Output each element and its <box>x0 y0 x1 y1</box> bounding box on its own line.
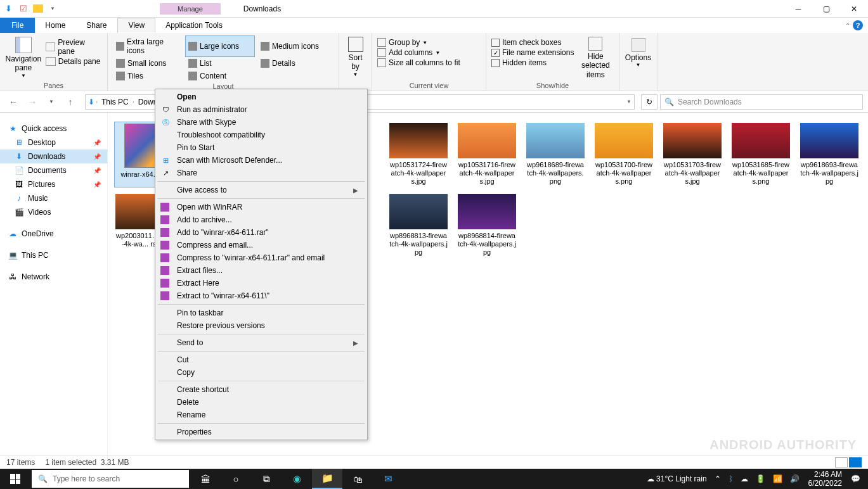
preview-pane-button[interactable]: Preview pane <box>46 38 102 56</box>
item-checkboxes-toggle[interactable]: Item check boxes <box>491 38 574 47</box>
sidebar-music[interactable]: ♪Music <box>0 191 107 205</box>
sort-by-button[interactable]: Sort by▼ <box>344 35 366 77</box>
sidebar-network[interactable]: 🖧Network <box>0 270 107 284</box>
tab-file[interactable]: File <box>0 18 35 33</box>
taskbar-clock[interactable]: 2:46 AM 6/20/2022 <box>805 470 846 488</box>
close-button[interactable]: ✕ <box>840 0 868 18</box>
file-item[interactable]: wp9618693-firewatch-4k-wallpapers.jpg <box>799 122 860 187</box>
minimize-button[interactable]: ─ <box>784 0 812 18</box>
sidebar-onedrive[interactable]: ☁OneDrive <box>0 227 107 241</box>
collapse-ribbon-icon[interactable]: ⌃ <box>845 22 850 29</box>
tab-share[interactable]: Share <box>76 18 117 33</box>
sidebar-desktop[interactable]: 🖥Desktop📌 <box>0 136 107 149</box>
tray-onedrive-icon[interactable]: ☁ <box>738 474 751 483</box>
tab-home[interactable]: Home <box>35 18 76 33</box>
help-icon[interactable]: ? <box>853 20 863 30</box>
file-item[interactable]: wp10531700-firewatch-4k-wallpapers.png <box>593 122 654 187</box>
forward-button[interactable]: → <box>24 94 41 110</box>
taskbar-explorer-icon[interactable]: 📁 <box>312 469 342 489</box>
sidebar-pictures[interactable]: 🖼Pictures📌 <box>0 177 107 191</box>
view-details-icon[interactable] <box>835 457 848 467</box>
cm-extract-files[interactable]: Extract files... <box>157 264 366 277</box>
taskbar-search[interactable]: 🔍Type here to search <box>32 470 189 488</box>
cm-properties[interactable]: Properties <box>157 426 366 438</box>
sidebar-documents[interactable]: 📄Documents📌 <box>0 163 107 177</box>
tray-notification-icon[interactable]: 💬 <box>848 474 863 483</box>
tray-bluetooth-icon[interactable]: ᛒ <box>726 474 735 483</box>
hidden-items-toggle[interactable]: Hidden items <box>491 58 574 67</box>
cm-give-access[interactable]: Give access to▶ <box>157 184 366 196</box>
weather-widget[interactable]: ☁ 31°C Light rain <box>644 474 709 483</box>
size-columns-button[interactable]: Size all columns to fit <box>377 58 481 67</box>
sidebar-videos[interactable]: 🎬Videos <box>0 205 107 219</box>
chevron-right-icon[interactable]: › <box>133 99 134 105</box>
cm-add-to-rar[interactable]: Add to "winrar-x64-611.rar" <box>157 226 366 239</box>
file-item[interactable]: wp9618689-firewatch-4k-wallpapers.png <box>525 122 586 187</box>
layout-medium-icons[interactable]: Medium icons <box>257 35 334 57</box>
layout-large-icons[interactable]: Large icons <box>185 35 255 57</box>
group-by-button[interactable]: Group by ▼ <box>377 38 481 47</box>
view-large-icon[interactable] <box>849 457 862 467</box>
chevron-right-icon[interactable]: › <box>96 99 98 105</box>
navigation-pane-button[interactable]: Navigation pane ▼ <box>5 35 42 79</box>
file-item[interactable]: wp8968814-firewatch-4k-wallpapers.jpg <box>457 193 517 258</box>
taskbar-cortana-icon[interactable]: ○ <box>221 469 251 489</box>
cm-open[interactable]: Open <box>157 91 366 103</box>
up-button[interactable]: ↑ <box>62 94 79 110</box>
details-pane-button[interactable]: Details pane <box>46 57 102 66</box>
taskbar-taskview-icon[interactable]: ⧉ <box>251 469 282 489</box>
tray-chevron-icon[interactable]: ⌃ <box>712 474 723 483</box>
recent-dropdown[interactable]: ▼ <box>43 94 60 110</box>
qat-dropdown-icon[interactable]: ▼ <box>47 3 58 15</box>
maximize-button[interactable]: ▢ <box>812 0 840 18</box>
cm-open-winrar[interactable]: Open with WinRAR <box>157 201 366 213</box>
add-columns-button[interactable]: Add columns ▼ <box>377 48 481 57</box>
cm-defender-scan[interactable]: ⊞Scan with Microsoft Defender... <box>157 154 366 167</box>
tray-volume-icon[interactable]: 🔊 <box>787 474 802 483</box>
file-extensions-toggle[interactable]: ✓File name extensions <box>491 48 574 57</box>
taskbar-mail-icon[interactable]: ✉ <box>373 469 403 489</box>
cm-extract-here[interactable]: Extract Here <box>157 277 366 289</box>
file-item[interactable]: wp10531716-firewatch-4k-wallpapers.jpg <box>457 122 517 187</box>
cm-delete[interactable]: Delete <box>157 396 366 409</box>
cm-rename[interactable]: Rename <box>157 409 366 421</box>
search-box[interactable]: 🔍 Search Downloads <box>660 94 863 110</box>
cm-pin-start[interactable]: Pin to Start <box>157 141 366 154</box>
file-item[interactable]: wp10531685-firewatch-4k-wallpapers.png <box>730 122 791 187</box>
cm-share-skype[interactable]: ⓈShare with Skype <box>157 116 366 129</box>
qat-properties-icon[interactable]: ☑ <box>18 3 29 15</box>
layout-content[interactable]: Content <box>185 70 255 82</box>
back-button[interactable]: ← <box>5 94 22 110</box>
tab-view[interactable]: View <box>117 18 155 33</box>
cm-share[interactable]: ↗Share <box>157 167 366 179</box>
tray-battery-icon[interactable]: 🔋 <box>753 474 768 483</box>
tray-wifi-icon[interactable]: 📶 <box>770 474 785 483</box>
breadcrumb-thispc[interactable]: This PC <box>99 98 131 106</box>
file-item[interactable]: wp10531703-firewatch-4k-wallpapers.jpg <box>662 122 723 187</box>
taskbar-edge-icon[interactable]: ◉ <box>282 469 312 489</box>
cm-run-as-admin[interactable]: 🛡Run as administrator <box>157 103 366 116</box>
cm-send-to[interactable]: Send to▶ <box>157 336 366 349</box>
cm-troubleshoot[interactable]: Troubleshoot compatibility <box>157 129 366 141</box>
sidebar-quickaccess[interactable]: ★Quick access <box>0 122 107 136</box>
cm-pin-taskbar[interactable]: Pin to taskbar <box>157 307 366 319</box>
layout-details[interactable]: Details <box>257 57 334 70</box>
contextual-tab-manage[interactable]: Manage <box>160 3 221 15</box>
cm-create-shortcut[interactable]: Create shortcut <box>157 383 366 396</box>
layout-extra-large-icons[interactable]: Extra large icons <box>113 35 183 57</box>
cm-compress-email[interactable]: Compress and email... <box>157 239 366 251</box>
file-item[interactable]: wp8968813-firewatch-4k-wallpapers.jpg <box>388 193 449 258</box>
layout-tiles[interactable]: Tiles <box>113 70 183 82</box>
tab-application-tools[interactable]: Application Tools <box>155 18 233 33</box>
taskbar-news-icon[interactable]: 🏛 <box>190 469 221 489</box>
taskbar-store-icon[interactable]: 🛍 <box>342 469 373 489</box>
sidebar-downloads[interactable]: ⬇Downloads📌 <box>0 149 107 163</box>
qat-newfolder-icon[interactable] <box>33 4 43 13</box>
cm-add-archive[interactable]: Add to archive... <box>157 213 366 226</box>
hide-selected-button[interactable]: Hide selected items <box>578 35 613 79</box>
sidebar-thispc[interactable]: 💻This PC <box>0 248 107 262</box>
file-item[interactable]: wp10531724-firewatch-4k-wallpapers.jpg <box>388 122 449 187</box>
options-button[interactable]: Options ▼ <box>625 35 652 68</box>
cm-copy[interactable]: Copy <box>157 366 366 379</box>
cm-extract-to[interactable]: Extract to "winrar-x64-611\" <box>157 289 366 302</box>
